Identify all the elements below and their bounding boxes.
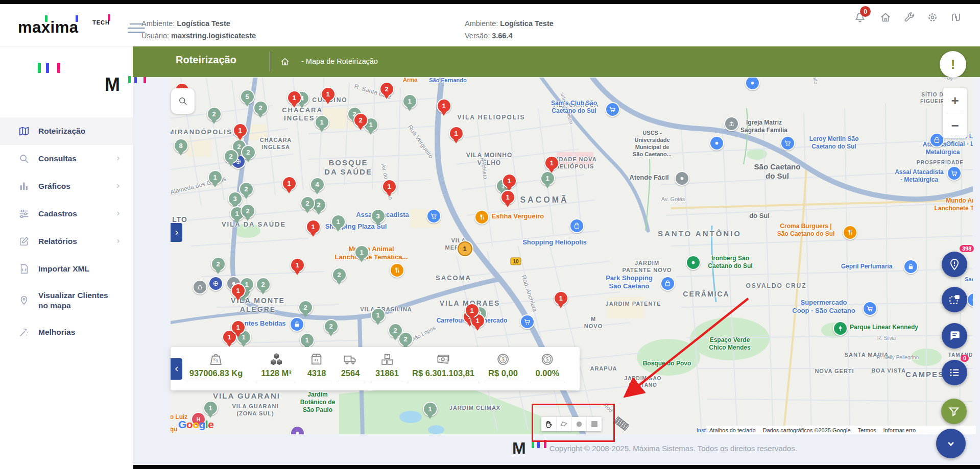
poi-fork-icon[interactable]: [390, 263, 404, 278]
fab-select-region[interactable]: [942, 287, 967, 312]
sidebar-item-roteiriza-o[interactable]: Roteirização: [0, 117, 133, 145]
map-label: VILA MOINHOVELHO: [466, 152, 513, 167]
poi-museum-icon[interactable]: [193, 280, 207, 294]
client-cluster-marker[interactable]: 2: [324, 319, 339, 334]
poi-fork-icon[interactable]: [843, 225, 857, 240]
client-cluster-marker[interactable]: 2: [253, 101, 268, 115]
client-cluster-marker[interactable]: 1: [315, 115, 329, 130]
alert-cluster-marker[interactable]: 1: [321, 87, 336, 102]
poi-cart-icon[interactable]: [520, 314, 535, 329]
client-cluster-marker[interactable]: 1: [423, 402, 438, 416]
poi-tree-icon[interactable]: [833, 321, 848, 336]
wrench-icon[interactable]: [903, 11, 916, 24]
stat-truck: 2564: [336, 352, 365, 382]
collapse-stats-tab[interactable]: [171, 358, 182, 380]
poi-bag-icon[interactable]: [569, 218, 584, 233]
poi-metro-icon[interactable]: [208, 276, 223, 291]
alert-cluster-marker[interactable]: 1: [502, 174, 517, 188]
fab-chat[interactable]: [942, 323, 967, 349]
expand-panel-tab[interactable]: [171, 223, 182, 242]
fab-filter[interactable]: [941, 399, 967, 424]
poi-museum-icon[interactable]: [724, 116, 739, 131]
client-cluster-marker[interactable]: 2: [398, 332, 413, 347]
alert-cluster-marker[interactable]: 1: [544, 156, 559, 170]
alert-button[interactable]: !: [940, 51, 966, 78]
alert-cluster-marker[interactable]: 1: [231, 320, 246, 335]
sidebar-item-importar-xml[interactable]: Importar XML: [0, 255, 133, 283]
client-cluster-marker[interactable]: 3: [371, 209, 386, 224]
client-cluster-marker[interactable]: 2: [207, 107, 222, 121]
keyboard-shortcuts-link[interactable]: Atalhos do teclado: [709, 427, 756, 433]
sidebar-item-visualizar-clientes-no-mapa[interactable]: Visualizar Clientes no mapa: [0, 283, 133, 318]
alert-cluster-marker[interactable]: 1: [290, 258, 305, 273]
fab-collapse[interactable]: [936, 429, 966, 458]
zoom-in-button[interactable]: +: [943, 88, 967, 113]
alert-cluster-marker[interactable]: 1: [465, 303, 480, 318]
breadcrumb-home-icon[interactable]: [280, 57, 290, 67]
map-label: JARDIM SAOCAETANO: [625, 375, 662, 388]
client-cluster-marker[interactable]: 2: [241, 145, 256, 160]
google-logo[interactable]: Google: [178, 418, 213, 431]
client-cluster-marker[interactable]: 3: [228, 191, 243, 206]
alert-cluster-marker[interactable]: 2: [379, 82, 394, 96]
sidebar-item-melhorias[interactable]: Melhorias: [0, 318, 133, 346]
alert-cluster-marker[interactable]: 1: [382, 179, 397, 194]
client-cluster-marker[interactable]: 1: [331, 214, 346, 229]
client-cluster-marker[interactable]: 2: [211, 257, 226, 271]
client-cluster-marker[interactable]: 2: [332, 267, 347, 282]
terms-link[interactable]: Termos: [858, 427, 876, 433]
poi-cart-icon[interactable]: [863, 301, 877, 316]
client-cluster-marker[interactable]: 8: [174, 138, 188, 153]
poi-fork-icon[interactable]: [474, 210, 489, 225]
client-cluster-marker[interactable]: 1: [208, 170, 223, 185]
client-cluster-marker[interactable]: 2: [256, 277, 271, 292]
client-cluster-marker[interactable]: 5: [240, 89, 255, 104]
header-divider: [270, 52, 270, 71]
sidebar-item-consultas[interactable]: Consultas: [0, 145, 133, 172]
client-cluster-marker[interactable]: 2: [298, 300, 313, 315]
gear-icon[interactable]: [926, 11, 940, 24]
poi-cart-icon[interactable]: [947, 166, 962, 181]
home-icon[interactable]: [879, 11, 893, 24]
poi-dot-icon[interactable]: [675, 171, 689, 186]
poi-bag-icon[interactable]: [929, 133, 944, 147]
client-cluster-marker[interactable]: 2: [241, 204, 255, 218]
map-search-button[interactable]: [171, 88, 195, 114]
poi-cart-icon[interactable]: [605, 102, 620, 117]
client-cluster-marker[interactable]: 2: [300, 196, 315, 211]
alert-cluster-marker[interactable]: 2: [353, 113, 368, 128]
poi-bag-icon[interactable]: [660, 276, 675, 291]
alert-cluster-marker[interactable]: 1: [449, 126, 464, 141]
fab-list[interactable]: [942, 360, 967, 385]
sidebar-item-gr-ficos[interactable]: Gráficos: [0, 172, 133, 200]
map-label: Leroy Merlin SãoCaetano do Sul: [809, 135, 859, 151]
poi-dot-icon[interactable]: [686, 255, 701, 270]
poi-dot-icon[interactable]: [745, 78, 760, 90]
client-cluster-marker[interactable]: 1: [203, 401, 218, 415]
alert-cluster-marker[interactable]: 1: [306, 219, 321, 234]
selected-marker[interactable]: 1: [458, 241, 472, 256]
client-cluster-marker[interactable]: 1: [354, 245, 369, 260]
client-cluster-marker[interactable]: 1: [371, 308, 386, 323]
poi-dot-icon[interactable]: [709, 136, 724, 151]
client-cluster-marker[interactable]: 1: [300, 333, 315, 348]
fab-occurrences[interactable]: [942, 252, 967, 277]
zoom-out-button[interactable]: −: [943, 113, 967, 138]
alert-cluster-marker[interactable]: 1: [282, 176, 297, 191]
report-error-link[interactable]: Informar erro: [883, 427, 916, 433]
alert-cluster-marker[interactable]: 1: [437, 98, 451, 113]
poi-cart-icon[interactable]: [426, 209, 441, 224]
poi-lock-icon[interactable]: [903, 259, 918, 274]
alert-cluster-marker[interactable]: 1: [233, 123, 248, 138]
alert-cluster-marker[interactable]: 1: [231, 283, 246, 298]
client-cluster-marker[interactable]: 4: [310, 177, 325, 192]
alert-cluster-marker[interactable]: 1: [287, 90, 302, 105]
alert-cluster-marker[interactable]: 1: [500, 190, 515, 205]
sidebar-item-cadastros[interactable]: Cadastros: [0, 200, 133, 228]
client-cluster-marker[interactable]: 2: [224, 149, 238, 164]
poi-cart-icon[interactable]: [780, 136, 795, 151]
sidebar-item-relat-rios[interactable]: Relatórios: [0, 228, 133, 255]
currency-icon[interactable]: [950, 11, 963, 24]
client-cluster-marker[interactable]: 1: [402, 94, 417, 109]
alert-cluster-marker[interactable]: 1: [554, 291, 568, 306]
